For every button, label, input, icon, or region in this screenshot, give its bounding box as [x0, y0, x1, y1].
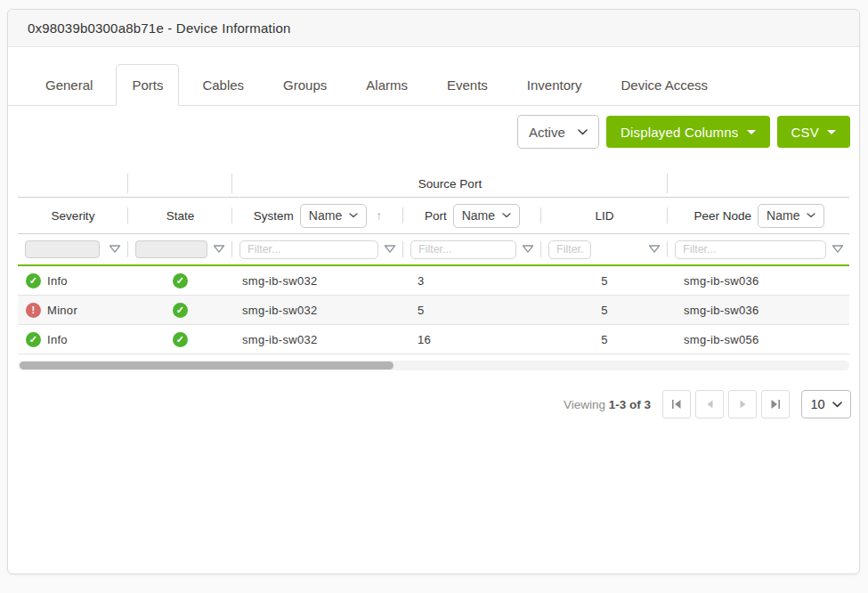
- filter-cell-system: [232, 234, 403, 264]
- tab-cables[interactable]: Cables: [186, 64, 260, 105]
- system-filter-input[interactable]: [239, 240, 378, 259]
- system-name-select[interactable]: Name: [300, 204, 367, 228]
- lid-filter-input[interactable]: [548, 240, 591, 259]
- table-filter-row: [18, 234, 849, 264]
- csv-export-button[interactable]: CSV: [777, 116, 850, 148]
- chevron-down-icon: [502, 213, 511, 218]
- horizontal-scrollbar[interactable]: [18, 361, 849, 370]
- column-header-lid[interactable]: LID: [541, 198, 668, 233]
- funnel-filter-icon[interactable]: [522, 245, 534, 255]
- peer-node-value: smg-ib-sw036: [668, 296, 851, 324]
- exclamation-circle-icon: [26, 303, 41, 318]
- severity-value: Info: [47, 333, 68, 346]
- skip-to-first-icon: [671, 399, 682, 410]
- previous-arrow-icon: [706, 400, 714, 409]
- dialog-titlebar: 0x98039b0300a8b71e - Device Information: [8, 10, 859, 47]
- tab-events[interactable]: Events: [431, 64, 504, 105]
- tab-inventory[interactable]: Inventory: [511, 64, 598, 105]
- device-information-dialog: 0x98039b0300a8b71e - Device Information …: [7, 9, 860, 574]
- column-header-system[interactable]: System Name ↑: [232, 198, 403, 233]
- table-row[interactable]: Info smg-ib-sw032 3 5 smg-ib-sw036: [18, 266, 849, 296]
- chevron-down-icon: [578, 129, 588, 135]
- severity-filter-select[interactable]: [25, 240, 100, 258]
- chevron-down-icon: [807, 213, 815, 218]
- chevron-down-icon: [349, 213, 358, 218]
- column-header-port[interactable]: Port Name: [403, 198, 541, 233]
- group-cell-state: [128, 170, 232, 197]
- column-header-state[interactable]: State: [128, 198, 232, 233]
- ports-table: Source Port Severity State System Name ↑…: [18, 170, 849, 354]
- filter-cell-lid: [541, 234, 668, 264]
- first-page-button[interactable]: [662, 390, 691, 418]
- viewing-range-label: Viewing 1-3 of 3: [564, 398, 651, 411]
- lid-value: 5: [541, 266, 668, 295]
- funnel-filter-icon[interactable]: [831, 245, 844, 255]
- dialog-title: 0x98039b0300a8b71e - Device Information: [28, 20, 291, 36]
- table-row[interactable]: Minor smg-ib-sw032 5 5 smg-ib-sw036: [18, 296, 849, 325]
- port-value: 16: [403, 325, 541, 353]
- page-size-select[interactable]: 10: [801, 390, 851, 418]
- system-value: smg-ib-sw032: [232, 296, 403, 324]
- viewing-range-value: 1-3 of 3: [609, 398, 651, 411]
- skip-to-last-icon: [770, 399, 781, 410]
- tab-general[interactable]: General: [29, 64, 109, 105]
- peer-node-name-select[interactable]: Name: [758, 204, 824, 228]
- lid-value: 5: [541, 296, 668, 324]
- csv-label: CSV: [791, 125, 819, 140]
- group-header-source-port: Source Port: [232, 170, 668, 197]
- caret-down-icon: [747, 130, 756, 134]
- funnel-filter-icon[interactable]: [384, 245, 396, 255]
- funnel-filter-icon[interactable]: [213, 245, 225, 255]
- chevron-down-icon: [832, 402, 842, 408]
- port-value: 3: [403, 266, 541, 295]
- severity-value: Minor: [47, 304, 77, 317]
- state-filter-select[interactable]: [135, 240, 207, 258]
- funnel-filter-icon[interactable]: [648, 245, 661, 255]
- peer-node-filter-input[interactable]: [675, 240, 826, 259]
- severity-value: Info: [47, 274, 68, 288]
- tab-groups[interactable]: Groups: [267, 64, 343, 105]
- funnel-filter-icon[interactable]: [109, 245, 121, 255]
- filter-cell-port: [403, 234, 541, 264]
- column-header-peer-node[interactable]: Peer Node Name: [668, 198, 851, 233]
- port-state-filter-value: Active: [529, 125, 565, 140]
- displayed-columns-label: Displayed Columns: [621, 125, 739, 140]
- next-arrow-icon: [739, 400, 747, 409]
- filter-cell-severity: [18, 234, 128, 264]
- group-cell-severity: [18, 170, 128, 197]
- scrollbar-thumb[interactable]: [20, 361, 393, 370]
- filter-cell-state: [128, 234, 232, 264]
- check-circle-icon: [173, 332, 188, 347]
- tab-device-access[interactable]: Device Access: [605, 64, 725, 105]
- system-value: smg-ib-sw032: [232, 325, 403, 353]
- filter-cell-peer-node: [668, 234, 851, 264]
- tab-alarms[interactable]: Alarms: [350, 64, 424, 105]
- sort-ascending-icon[interactable]: ↑: [376, 208, 382, 223]
- port-filter-input[interactable]: [410, 240, 516, 259]
- port-name-select[interactable]: Name: [453, 204, 520, 228]
- lid-value: 5: [541, 325, 668, 353]
- check-circle-icon: [173, 273, 188, 288]
- port-state-filter-select[interactable]: Active: [517, 115, 599, 149]
- table-toolbar: Active Displayed Columns CSV: [8, 106, 859, 158]
- system-value: smg-ib-sw032: [232, 266, 403, 295]
- column-header-severity[interactable]: Severity: [18, 198, 128, 233]
- table-group-header-row: Source Port: [18, 170, 849, 197]
- tab-bar: General Ports Cables Groups Alarms Event…: [8, 61, 859, 106]
- table-header-row: Severity State System Name ↑ Port Name: [18, 197, 849, 234]
- caret-down-icon: [827, 130, 836, 134]
- tab-ports[interactable]: Ports: [116, 64, 179, 106]
- group-cell-peer: [668, 170, 851, 197]
- check-circle-icon: [26, 273, 41, 288]
- peer-node-value: smg-ib-sw056: [668, 325, 851, 353]
- pagination-bar: Viewing 1-3 of 3 10: [8, 390, 859, 418]
- displayed-columns-button[interactable]: Displayed Columns: [606, 116, 770, 148]
- peer-node-value: smg-ib-sw036: [668, 266, 851, 295]
- check-circle-icon: [173, 303, 188, 318]
- next-page-button[interactable]: [728, 390, 757, 418]
- previous-page-button[interactable]: [695, 390, 724, 418]
- last-page-button[interactable]: [761, 390, 790, 418]
- port-value: 5: [403, 296, 541, 324]
- table-row[interactable]: Info smg-ib-sw032 16 5 smg-ib-sw056: [18, 325, 849, 354]
- page-size-value: 10: [810, 397, 824, 411]
